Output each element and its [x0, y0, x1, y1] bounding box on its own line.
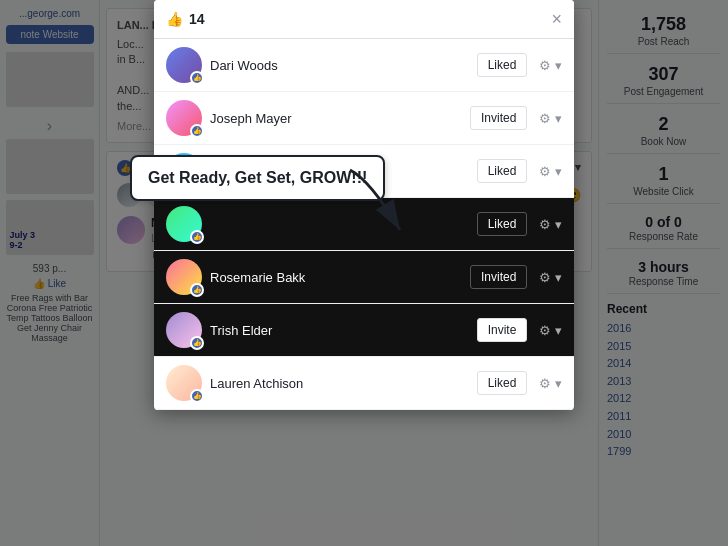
gear-btn-7[interactable]: ⚙ ▾	[539, 376, 562, 391]
modal-title-area: 👍 14	[166, 11, 205, 27]
gear-btn-6[interactable]: ⚙ ▾	[539, 323, 562, 338]
modal-header: 👍 14 ×	[154, 0, 574, 39]
gear-btn-4[interactable]: ⚙ ▾	[539, 217, 562, 232]
gear-btn-3[interactable]: ⚙ ▾	[539, 164, 562, 179]
person-row-trish: 👍 Trish Elder Invite ⚙ ▾	[154, 304, 574, 357]
person-name-2: Joseph Mayer	[210, 111, 462, 126]
person-name-5: Rosemarie Bakk	[210, 270, 462, 285]
like-badge-5: 👍	[190, 283, 204, 297]
action-btn-liked-3[interactable]: Liked	[477, 159, 528, 183]
person-row-joseph-mayer: 👍 Joseph Mayer Invited ⚙ ▾	[154, 92, 574, 145]
modal-overlay[interactable]: 👍 14 × 👍 Dari Woods Liked ⚙ ▾ 👍 Joseph M…	[0, 0, 728, 546]
speech-bubble-text: Get Ready, Get Set, GROW!!!	[148, 169, 367, 186]
person-row-rosemarie: 👍 Rosemarie Bakk Invited ⚙ ▾	[154, 251, 574, 304]
like-badge-7: 👍	[190, 389, 204, 403]
person-name-7: Lauren Atchison	[210, 376, 469, 391]
people-modal: 👍 14 × 👍 Dari Woods Liked ⚙ ▾ 👍 Joseph M…	[154, 0, 574, 410]
action-btn-liked-7[interactable]: Liked	[477, 371, 528, 395]
gear-btn-5[interactable]: ⚙ ▾	[539, 270, 562, 285]
like-badge-2: 👍	[190, 124, 204, 138]
action-btn-liked-1[interactable]: Liked	[477, 53, 528, 77]
person-avatar-7: 👍	[166, 365, 202, 401]
person-name-6: Trish Elder	[210, 323, 469, 338]
action-btn-invite-6[interactable]: Invite	[477, 318, 528, 342]
person-row-lauren: 👍 Lauren Atchison Liked ⚙ ▾	[154, 357, 574, 410]
modal-like-icon: 👍	[166, 11, 183, 27]
like-badge-4: 👍	[190, 230, 204, 244]
action-btn-liked-4[interactable]: Liked	[477, 212, 528, 236]
gear-btn-2[interactable]: ⚙ ▾	[539, 111, 562, 126]
person-name-1: Dari Woods	[210, 58, 469, 73]
person-avatar-4: 👍	[166, 206, 202, 242]
gear-btn-1[interactable]: ⚙ ▾	[539, 58, 562, 73]
action-btn-invited-2[interactable]: Invited	[470, 106, 527, 130]
person-avatar-2: 👍	[166, 100, 202, 136]
person-row-dari-woods: 👍 Dari Woods Liked ⚙ ▾	[154, 39, 574, 92]
person-avatar-1: 👍	[166, 47, 202, 83]
person-row-4: 👍 Liked ⚙ ▾	[154, 198, 574, 251]
modal-close-button[interactable]: ×	[551, 10, 562, 28]
speech-bubble: Get Ready, Get Set, GROW!!!	[130, 155, 385, 201]
like-badge-6: 👍	[190, 336, 204, 350]
page-wrapper: ...george.com note Website › July 39-2 5…	[0, 0, 728, 546]
person-avatar-5: 👍	[166, 259, 202, 295]
like-badge-1: 👍	[190, 71, 204, 85]
modal-count: 14	[189, 11, 205, 27]
person-avatar-6: 👍	[166, 312, 202, 348]
action-btn-invited-5[interactable]: Invited	[470, 265, 527, 289]
